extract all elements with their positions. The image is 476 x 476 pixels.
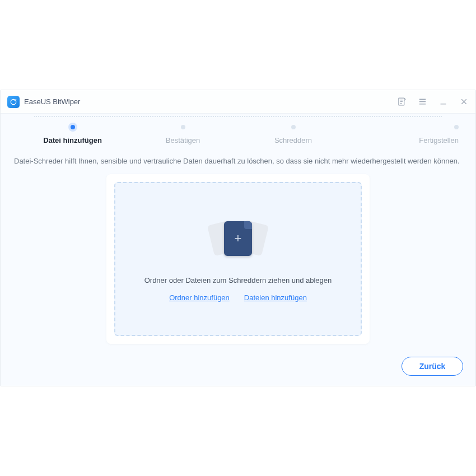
add-files-link[interactable]: Dateien hinzufügen — [244, 293, 307, 302]
step-label: Schreddern — [274, 136, 312, 144]
step-label: Fertigstellen — [419, 136, 459, 144]
step-finish: Fertigstellen — [348, 125, 459, 144]
notes-icon[interactable] — [397, 97, 407, 106]
step-confirm: Bestätigen — [128, 125, 238, 144]
step-dot-icon — [291, 125, 296, 129]
file-add-icon: + — [207, 217, 269, 267]
step-label: Datei hinzufügen — [43, 136, 102, 144]
dropzone[interactable]: + Ordner oder Dateien zum Schreddern zie… — [114, 182, 362, 336]
dropzone-hint: Ordner oder Dateien zum Schreddern ziehe… — [144, 276, 332, 284]
minimize-icon[interactable] — [438, 97, 448, 106]
add-folder-link[interactable]: Ordner hinzufügen — [169, 293, 230, 302]
titlebar: EaseUS BitWiper — [1, 90, 475, 114]
menu-icon[interactable] — [418, 97, 427, 106]
back-button[interactable]: Zurück — [402, 357, 463, 376]
step-add-file: Datei hinzufügen — [17, 125, 128, 144]
app-window: EaseUS BitWiper — [0, 90, 476, 386]
app-title: EaseUS BitWiper — [24, 97, 80, 106]
dropzone-card: + Ordner oder Dateien zum Schreddern zie… — [106, 174, 370, 344]
step-dot-icon — [454, 125, 459, 129]
step-shred: Schreddern — [238, 125, 348, 144]
page-description: Datei-Schreder hilft Ihnen, sensible und… — [1, 150, 475, 174]
footer: Zurück — [402, 357, 463, 376]
stepper: Datei hinzufügen Bestätigen Schreddern F… — [1, 114, 475, 150]
close-icon[interactable] — [459, 97, 469, 106]
app-icon — [7, 96, 20, 108]
step-dot-icon — [71, 125, 75, 129]
step-label: Bestätigen — [166, 136, 200, 144]
step-dot-icon — [181, 125, 185, 129]
